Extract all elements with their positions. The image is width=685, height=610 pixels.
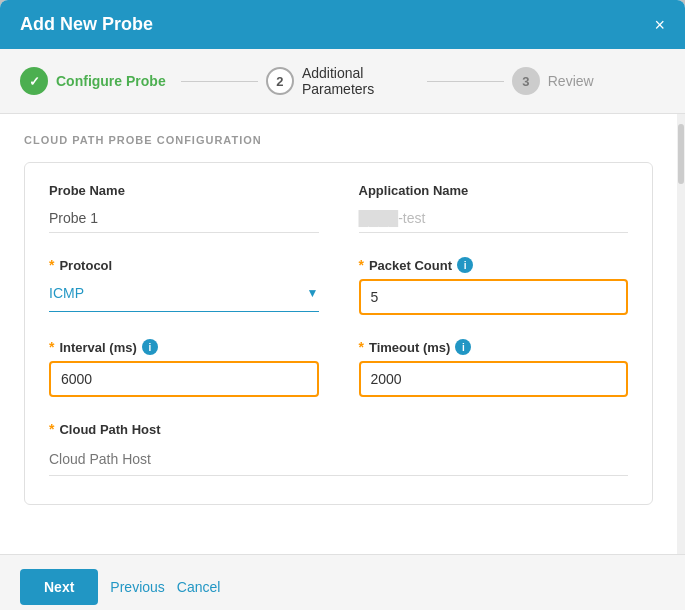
required-star-protocol: * <box>49 257 54 273</box>
step-configure-probe[interactable]: ✓ Configure Probe <box>20 67 173 95</box>
form-row-4: * Cloud Path Host <box>49 421 628 476</box>
cloud-path-host-label: * Cloud Path Host <box>49 421 628 437</box>
cancel-button[interactable]: Cancel <box>177 579 221 595</box>
application-name-label: Application Name <box>359 183 629 198</box>
step-2-number: 2 <box>276 74 283 89</box>
probe-name-value: Probe 1 <box>49 204 319 233</box>
section-title: CLOUD PATH PROBE CONFIGURATION <box>24 134 653 146</box>
close-button[interactable]: × <box>654 16 665 34</box>
application-name-value: ████-test <box>359 204 629 233</box>
protocol-value: ICMP <box>49 285 84 301</box>
timeout-input[interactable] <box>359 361 629 397</box>
required-star-packet: * <box>359 257 364 273</box>
interval-group: * Interval (ms) i <box>49 339 319 397</box>
timeout-label: * Timeout (ms) i <box>359 339 629 355</box>
next-button[interactable]: Next <box>20 569 98 605</box>
modal-title: Add New Probe <box>20 14 153 35</box>
protocol-label: * Protocol <box>49 257 319 273</box>
step-3-label: Review <box>548 73 594 89</box>
modal-body: CLOUD PATH PROBE CONFIGURATION Probe Nam… <box>0 114 677 554</box>
required-star-timeout: * <box>359 339 364 355</box>
protocol-select-display[interactable]: ICMP ▼ <box>49 279 319 307</box>
timeout-group: * Timeout (ms) i <box>359 339 629 397</box>
step-1-circle: ✓ <box>20 67 48 95</box>
chevron-down-icon: ▼ <box>307 286 319 300</box>
modal-footer: Next Previous Cancel <box>0 554 685 610</box>
timeout-info-icon[interactable]: i <box>455 339 471 355</box>
cloud-path-host-input[interactable] <box>49 443 628 476</box>
scroll-thumb[interactable] <box>678 124 684 184</box>
step-3-circle: 3 <box>512 67 540 95</box>
form-row-1: Probe Name Probe 1 Application Name ████… <box>49 183 628 233</box>
required-star-interval: * <box>49 339 54 355</box>
step-additional-parameters[interactable]: 2 Additional Parameters <box>266 65 419 97</box>
probe-name-label: Probe Name <box>49 183 319 198</box>
step-3-number: 3 <box>522 74 529 89</box>
modal-header: Add New Probe × <box>0 0 685 49</box>
step-2-label: Additional Parameters <box>302 65 419 97</box>
form-row-2: * Protocol ICMP ▼ * Pa <box>49 257 628 315</box>
probe-name-group: Probe Name Probe 1 <box>49 183 319 233</box>
previous-button[interactable]: Previous <box>110 579 164 595</box>
cloud-path-host-group: * Cloud Path Host <box>49 421 628 476</box>
form-row-3: * Interval (ms) i * Timeout (ms) i <box>49 339 628 397</box>
add-new-probe-modal: Add New Probe × ✓ Configure Probe 2 Addi… <box>0 0 685 610</box>
application-name-group: Application Name ████-test <box>359 183 629 233</box>
interval-info-icon[interactable]: i <box>142 339 158 355</box>
scrollbar[interactable] <box>677 114 685 554</box>
step-separator-2 <box>427 81 504 82</box>
form-card: Probe Name Probe 1 Application Name ████… <box>24 162 653 505</box>
step-1-label: Configure Probe <box>56 73 166 89</box>
wizard-steps: ✓ Configure Probe 2 Additional Parameter… <box>0 49 685 114</box>
check-icon: ✓ <box>29 74 40 89</box>
protocol-group: * Protocol ICMP ▼ <box>49 257 319 315</box>
protocol-select[interactable]: ICMP ▼ <box>49 279 319 312</box>
packet-count-info-icon[interactable]: i <box>457 257 473 273</box>
interval-label: * Interval (ms) i <box>49 339 319 355</box>
packet-count-group: * Packet Count i <box>359 257 629 315</box>
packet-count-input[interactable] <box>359 279 629 315</box>
packet-count-label: * Packet Count i <box>359 257 629 273</box>
interval-input[interactable] <box>49 361 319 397</box>
step-separator-1 <box>181 81 258 82</box>
step-2-circle: 2 <box>266 67 294 95</box>
step-review[interactable]: 3 Review <box>512 67 665 95</box>
required-star-cloud: * <box>49 421 54 437</box>
